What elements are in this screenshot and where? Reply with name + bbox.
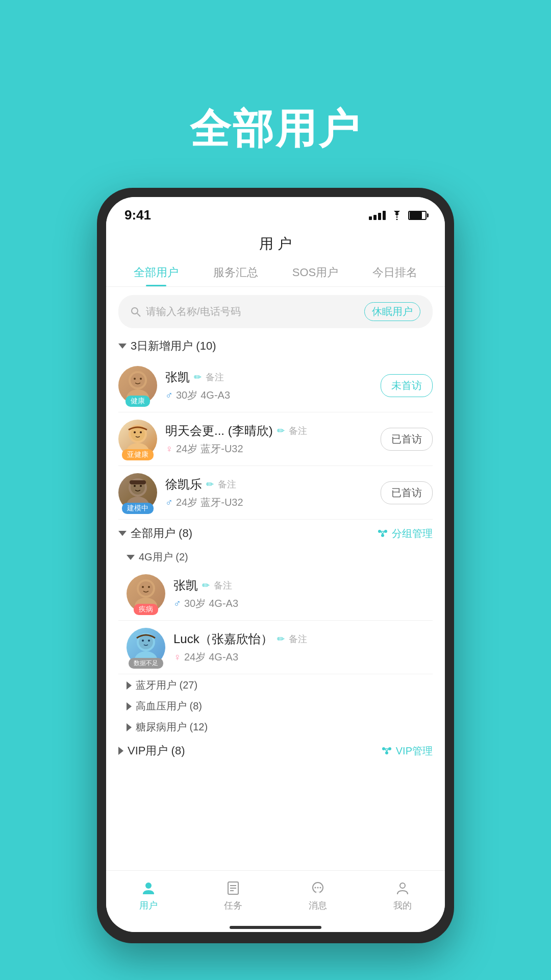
nav-users[interactable]: 用户 bbox=[106, 876, 191, 915]
gender-icon: ♂ bbox=[165, 497, 173, 508]
list-item[interactable]: 疾病 张凯 ✏ 备注 ♂ 30岁 4G-A3 bbox=[118, 567, 433, 621]
tab-sos-users[interactable]: SOS用户 bbox=[276, 257, 355, 286]
user-meta: ♀ 24岁 蓝牙-U32 bbox=[165, 442, 381, 456]
vip-manage-button[interactable]: VIP管理 bbox=[381, 744, 433, 758]
status-time: 9:41 bbox=[124, 207, 151, 223]
user-device: 4G-A3 bbox=[209, 651, 238, 663]
group-manage-button[interactable]: 分组管理 bbox=[377, 527, 433, 541]
svg-line-40 bbox=[387, 749, 388, 751]
user-name-row: Luck（张嘉欣怡） ✏ 备注 bbox=[173, 631, 433, 647]
sleep-users-button[interactable]: 休眠用户 bbox=[364, 302, 420, 321]
vip-title[interactable]: VIP用户 (8) bbox=[118, 743, 185, 758]
visit-status-button[interactable]: 已首访 bbox=[381, 428, 433, 451]
wifi-icon bbox=[391, 211, 403, 220]
user-meta: ♂ 30岁 4G-A3 bbox=[165, 388, 381, 402]
svg-point-16 bbox=[134, 485, 136, 487]
new-users-title[interactable]: 3日新增用户 (10) bbox=[118, 338, 216, 354]
visit-status-button[interactable]: 已首访 bbox=[381, 481, 433, 504]
subsection-hypertension-header[interactable]: 高血压用户 (8) bbox=[118, 695, 433, 716]
health-badge: 疾病 bbox=[134, 604, 158, 615]
svg-point-12 bbox=[140, 431, 142, 433]
user-device: 蓝牙-U32 bbox=[201, 496, 243, 509]
nav-users-label: 用户 bbox=[139, 899, 158, 912]
user-age: 30岁 bbox=[184, 597, 206, 610]
status-bar: 9:41 bbox=[106, 197, 445, 228]
note-label: 备注 bbox=[289, 425, 307, 437]
search-bar: 请输入名称/电话号码 休眠用户 bbox=[118, 295, 433, 328]
edit-note-icon[interactable]: ✏ bbox=[206, 479, 214, 490]
user-age: 30岁 bbox=[176, 388, 197, 402]
user-device: 蓝牙-U32 bbox=[201, 442, 243, 456]
tab-today-ranking[interactable]: 今日排名 bbox=[355, 257, 435, 286]
expand-bluetooth-icon bbox=[127, 681, 132, 690]
collapse-new-users-icon bbox=[118, 344, 127, 349]
profile-icon bbox=[393, 879, 412, 897]
svg-point-6 bbox=[134, 378, 136, 380]
svg-point-1 bbox=[132, 308, 138, 314]
svg-point-37 bbox=[385, 751, 388, 754]
avatar: 健康 bbox=[118, 366, 157, 405]
user-name-row: 明天会更... (李晴欣) ✏ 备注 bbox=[165, 423, 381, 439]
svg-point-10 bbox=[131, 427, 145, 441]
nav-profile[interactable]: 我的 bbox=[360, 876, 445, 915]
home-bar bbox=[230, 926, 321, 929]
list-item[interactable]: 亚健康 明天会更... (李晴欣) ✏ 备注 ♀ 24岁 蓝牙-U32 bbox=[118, 412, 433, 466]
subsection-diabetes-title: 糖尿病用户 (12) bbox=[136, 720, 208, 734]
subsection-4g-header[interactable]: 4G用户 (2) bbox=[118, 546, 433, 567]
user-name: 张凯 bbox=[165, 369, 190, 385]
note-label: 备注 bbox=[289, 633, 307, 645]
user-name-row: 张凯 ✏ 备注 bbox=[165, 369, 381, 385]
nav-tasks[interactable]: 任务 bbox=[191, 876, 276, 915]
tab-service-summary[interactable]: 服务汇总 bbox=[196, 257, 276, 286]
user-info: 张凯 ✏ 备注 ♂ 30岁 4G-A3 bbox=[173, 577, 433, 610]
subsection-hypertension-title: 高血压用户 (8) bbox=[136, 699, 202, 713]
avatar: 建模中 bbox=[118, 473, 157, 512]
tab-all-users[interactable]: 全部用户 bbox=[116, 257, 196, 286]
svg-point-49 bbox=[320, 887, 321, 889]
edit-note-icon[interactable]: ✏ bbox=[277, 633, 285, 645]
note-label: 备注 bbox=[214, 579, 232, 592]
page-title: 全部用户 bbox=[190, 102, 361, 157]
user-name: 徐凯乐 bbox=[165, 476, 202, 493]
user-meta: ♂ 24岁 蓝牙-U32 bbox=[165, 496, 381, 509]
subsection-diabetes-header[interactable]: 糖尿病用户 (12) bbox=[118, 716, 433, 737]
svg-point-50 bbox=[400, 883, 405, 888]
all-users-title[interactable]: 全部用户 (8) bbox=[118, 526, 192, 541]
svg-point-29 bbox=[148, 586, 150, 588]
nav-messages[interactable]: 消息 bbox=[276, 876, 360, 915]
edit-note-icon[interactable]: ✏ bbox=[202, 580, 210, 591]
subsection-4g-title: 4G用户 (2) bbox=[139, 550, 188, 564]
user-device: 4G-A3 bbox=[201, 389, 230, 401]
nav-messages-label: 消息 bbox=[309, 899, 327, 912]
user-meta: ♀ 24岁 4G-A3 bbox=[173, 650, 433, 664]
user-meta: ♂ 30岁 4G-A3 bbox=[173, 597, 433, 610]
edit-note-icon[interactable]: ✏ bbox=[194, 372, 202, 383]
svg-point-34 bbox=[148, 640, 150, 642]
group-manage-label: 分组管理 bbox=[392, 527, 433, 541]
user-name: Luck（张嘉欣怡） bbox=[173, 631, 273, 647]
list-item[interactable]: 健康 张凯 ✏ 备注 ♂ 30岁 4G-A3 bbox=[118, 359, 433, 412]
svg-line-24 bbox=[383, 532, 384, 534]
visit-status-button[interactable]: 未首访 bbox=[381, 374, 433, 397]
signal-bars-icon bbox=[369, 211, 386, 220]
health-badge: 建模中 bbox=[122, 503, 154, 514]
svg-point-20 bbox=[384, 530, 387, 533]
list-item[interactable]: 建模中 徐凯乐 ✏ 备注 ♂ 24岁 蓝牙-U32 bbox=[118, 466, 433, 520]
avatar: 数据不足 bbox=[127, 628, 165, 667]
svg-point-11 bbox=[134, 431, 136, 433]
svg-point-27 bbox=[139, 581, 153, 596]
task-icon bbox=[224, 879, 242, 897]
svg-point-48 bbox=[317, 887, 319, 889]
list-item[interactable]: 数据不足 Luck（张嘉欣怡） ✏ 备注 ♀ 24岁 4G-A3 bbox=[118, 621, 433, 674]
subsection-bluetooth-title: 蓝牙用户 (27) bbox=[136, 678, 197, 692]
battery-icon bbox=[408, 211, 427, 220]
user-info: 徐凯乐 ✏ 备注 ♂ 24岁 蓝牙-U32 bbox=[165, 476, 381, 509]
edit-note-icon[interactable]: ✏ bbox=[277, 425, 285, 436]
collapse-all-users-icon bbox=[118, 531, 127, 536]
svg-point-21 bbox=[381, 534, 384, 537]
note-label: 备注 bbox=[206, 371, 224, 383]
svg-point-5 bbox=[131, 373, 145, 387]
user-name-row: 徐凯乐 ✏ 备注 bbox=[165, 476, 381, 493]
svg-point-28 bbox=[142, 586, 144, 588]
subsection-bluetooth-header[interactable]: 蓝牙用户 (27) bbox=[118, 674, 433, 695]
